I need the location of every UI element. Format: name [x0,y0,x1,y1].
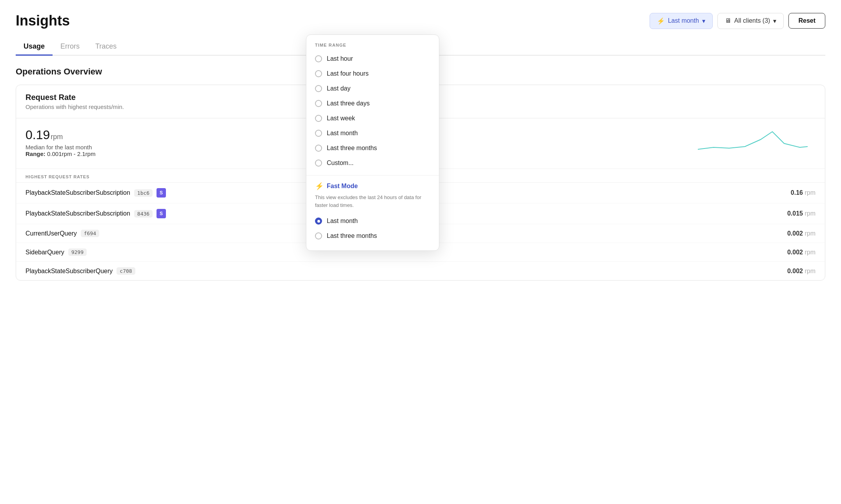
dropdown-divider [306,175,439,176]
row-rpm: 0.002 rpm [787,249,816,256]
dropdown-item-last-week[interactable]: Last week [306,111,439,126]
clients-label: All clients (3) [734,17,770,24]
dropdown-item-custom[interactable]: Custom... [306,156,439,170]
row-rpm: 0.16 rpm [791,189,816,196]
tab-usage[interactable]: Usage [16,38,53,56]
dropdown-item-label: Last three days [327,100,370,107]
stat-label: Median for the last month [25,144,95,150]
radio-last-three-months[interactable] [315,145,322,152]
fast-mode-label: Fast Mode [327,183,358,190]
radio-fm-last-three-months[interactable] [315,232,322,239]
page-title: Insights [16,13,70,29]
row-name: CurrentUserQuery [25,230,77,237]
lightning-icon: ⚡ [315,182,324,190]
dropdown-section-label: TIME RANGE [306,43,439,51]
dropdown-item-last-month[interactable]: Last month [306,126,439,141]
row-name: PlaybackStateSubscriberSubscription [25,189,130,196]
row-badge: 8436 [134,210,153,218]
row-name: PlaybackStateSubscriberQuery [25,268,113,275]
request-rate-chart [698,128,808,159]
time-range-dropdown: TIME RANGE Last hour Last four hours Las… [306,34,439,251]
row-rpm: 0.002 rpm [787,230,816,237]
row-name: PlaybackStateSubscriberSubscription [25,210,130,217]
dropdown-item-last-four-hours[interactable]: Last four hours [306,66,439,81]
dropdown-item-label: Last hour [327,55,353,62]
radio-last-three-days[interactable] [315,100,322,107]
clients-button[interactable]: 🖥 All clients (3) ▾ [717,13,784,29]
row-rpm: 0.002 rpm [787,268,816,275]
stat-value: 0.19rpm [25,128,95,142]
row-badge: c708 [117,267,135,275]
avatar: S [157,188,166,198]
dropdown-item-fm-last-three-months[interactable]: Last three months [306,228,439,243]
fast-mode-header: ⚡ Fast Mode [306,180,439,192]
dropdown-item-last-three-days[interactable]: Last three days [306,96,439,111]
dropdown-item-label: Last month [327,218,358,225]
table-row: PlaybackStateSubscriberQuery c708 0.002 … [16,262,825,280]
radio-fm-last-month[interactable] [315,218,322,225]
time-range-button[interactable]: ⚡ Last month ▾ [650,13,713,29]
reset-button[interactable]: Reset [788,13,825,29]
stat-range: Range: 0.001rpm - 2.1rpm [25,150,95,157]
row-rpm: 0.015 rpm [787,210,816,217]
dropdown-item-label: Custom... [327,160,353,167]
dropdown-item-label: Last three months [327,232,377,239]
tab-errors[interactable]: Errors [53,38,87,56]
dropdown-item-label: Last three months [327,145,377,152]
dropdown-item-label: Last week [327,115,355,122]
row-badge: 9299 [68,248,87,256]
dropdown-item-last-hour[interactable]: Last hour [306,51,439,66]
header-controls: ⚡ Last month ▾ 🖥 All clients (3) ▾ Reset [650,13,825,29]
row-badge: f694 [81,230,99,237]
time-range-label: Last month [668,17,699,24]
monitor-icon: 🖥 [725,17,731,24]
radio-custom[interactable] [315,160,322,167]
chevron-down-icon: ▾ [773,17,776,25]
dropdown-item-fm-last-month[interactable]: Last month [306,214,439,228]
radio-last-week[interactable] [315,115,322,122]
row-name: SidebarQuery [25,249,64,256]
fast-mode-description: This view excludes the last 24 hours of … [306,192,439,214]
radio-last-month[interactable] [315,130,322,137]
dropdown-item-label: Last day [327,85,350,92]
chart-area [111,128,816,159]
lightning-icon: ⚡ [657,17,665,25]
radio-last-day[interactable] [315,85,322,92]
dropdown-item-label: Last month [327,130,358,137]
page-header: Insights ⚡ Last month ▾ 🖥 All clients (3… [16,13,825,29]
row-badge: 1bc6 [134,189,153,197]
tab-traces[interactable]: Traces [87,38,124,56]
dropdown-item-last-three-months[interactable]: Last three months [306,141,439,156]
avatar: S [157,209,166,218]
stat-block: 0.19rpm Median for the last month Range:… [25,128,95,157]
dropdown-item-label: Last four hours [327,70,369,77]
radio-last-four-hours[interactable] [315,70,322,77]
chevron-down-icon: ▾ [702,17,705,25]
dropdown-item-last-day[interactable]: Last day [306,81,439,96]
radio-last-hour[interactable] [315,55,322,62]
